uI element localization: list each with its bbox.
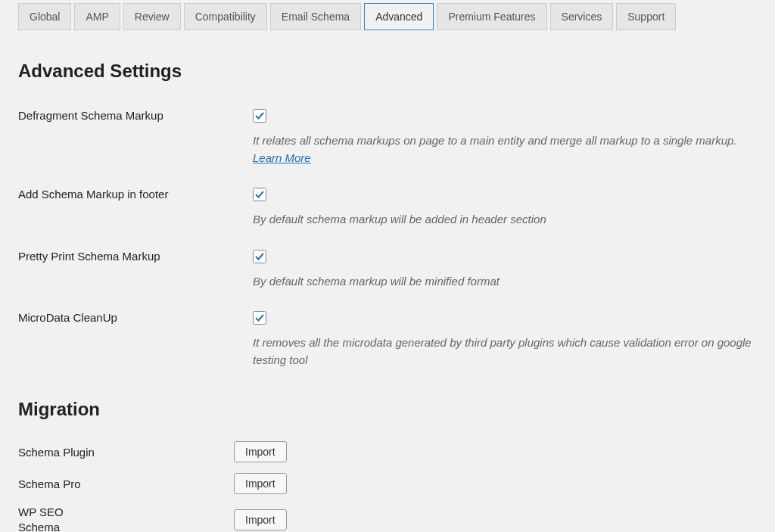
label-defragment: Defragment Schema Markup (18, 109, 253, 122)
import-schema-plugin-button[interactable]: Import (234, 441, 287, 462)
label-footer: Add Schema Markup in footer (18, 188, 253, 201)
tabs-nav: Global AMP Review Compatibility Email Sc… (0, 3, 775, 30)
tab-support[interactable]: Support (616, 3, 676, 30)
label-microdata: MicroData CleanUp (18, 311, 253, 324)
checkbox-checked-icon (253, 311, 266, 325)
tab-global[interactable]: Global (18, 3, 71, 30)
content-area: Advanced Settings Defragment Schema Mark… (0, 30, 775, 532)
label-schema-pro: Schema Pro (18, 478, 234, 490)
description-defragment: It relates all schema markups on page to… (253, 132, 752, 166)
import-schema-pro-button[interactable]: Import (234, 473, 287, 494)
learn-more-link[interactable]: Learn More (253, 151, 311, 164)
label-wp-seo-schema: WP SEO Schema (18, 505, 86, 532)
migration-heading: Migration (18, 399, 757, 420)
checkbox-checked-icon (253, 109, 266, 123)
label-pretty: Pretty Print Schema Markup (18, 250, 253, 263)
svg-rect-0 (254, 110, 266, 123)
description-microdata: It removes all the microdata generated b… (253, 334, 752, 369)
tab-review[interactable]: Review (123, 3, 181, 30)
import-wp-seo-schema-button[interactable]: Import (234, 509, 287, 530)
svg-rect-3 (254, 312, 266, 325)
tab-services[interactable]: Services (550, 3, 614, 30)
row-microdata: MicroData CleanUp It removes all the mic… (18, 311, 757, 369)
row-footer: Add Schema Markup in footer By default s… (18, 188, 757, 229)
row-schema-plugin: Schema Plugin Import (18, 441, 757, 462)
checkbox-defragment[interactable] (253, 109, 757, 125)
tab-email-schema[interactable]: Email Schema (270, 3, 361, 30)
description-pretty: By default schema markup will be minifie… (253, 273, 752, 291)
row-pretty: Pretty Print Schema Markup By default sc… (18, 250, 757, 291)
checkbox-checked-icon (253, 188, 266, 201)
tab-amp[interactable]: AMP (74, 3, 120, 30)
tab-premium-features[interactable]: Premium Features (437, 3, 546, 30)
advanced-settings-heading: Advanced Settings (18, 61, 757, 82)
row-schema-pro: Schema Pro Import (18, 473, 757, 494)
checkbox-microdata[interactable] (253, 311, 757, 327)
label-schema-plugin: Schema Plugin (18, 446, 234, 459)
description-footer: By default schema markup will be added i… (253, 211, 752, 229)
tab-compatibility[interactable]: Compatibility (184, 3, 267, 30)
row-wp-seo-schema: WP SEO Schema Import (18, 505, 757, 532)
checkbox-footer[interactable] (253, 188, 757, 204)
row-defragment: Defragment Schema Markup It relates all … (18, 109, 757, 166)
tab-advanced[interactable]: Advanced (364, 3, 434, 30)
svg-rect-1 (254, 188, 266, 201)
checkbox-checked-icon (253, 250, 266, 263)
svg-rect-2 (254, 250, 266, 263)
checkbox-pretty[interactable] (253, 250, 757, 266)
